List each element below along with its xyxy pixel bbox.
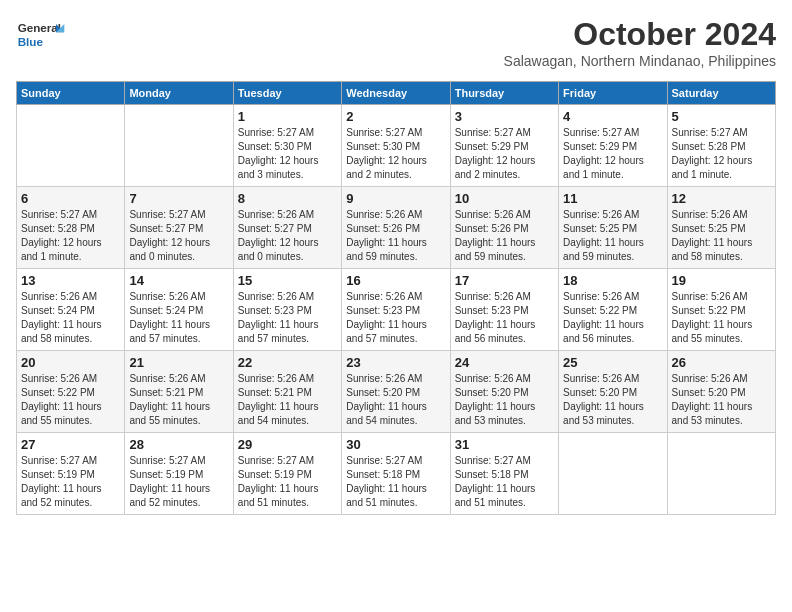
- weekday-header-row: SundayMondayTuesdayWednesdayThursdayFrid…: [17, 82, 776, 105]
- calendar-cell: 10Sunrise: 5:26 AM Sunset: 5:26 PM Dayli…: [450, 187, 558, 269]
- day-info: Sunrise: 5:27 AM Sunset: 5:27 PM Dayligh…: [129, 208, 228, 264]
- day-info: Sunrise: 5:26 AM Sunset: 5:27 PM Dayligh…: [238, 208, 337, 264]
- day-number: 9: [346, 191, 445, 206]
- day-info: Sunrise: 5:27 AM Sunset: 5:28 PM Dayligh…: [21, 208, 120, 264]
- week-row-0: 1Sunrise: 5:27 AM Sunset: 5:30 PM Daylig…: [17, 105, 776, 187]
- calendar-cell: 12Sunrise: 5:26 AM Sunset: 5:25 PM Dayli…: [667, 187, 775, 269]
- day-number: 6: [21, 191, 120, 206]
- day-info: Sunrise: 5:26 AM Sunset: 5:24 PM Dayligh…: [21, 290, 120, 346]
- day-number: 14: [129, 273, 228, 288]
- calendar-cell: [17, 105, 125, 187]
- day-number: 1: [238, 109, 337, 124]
- day-info: Sunrise: 5:26 AM Sunset: 5:20 PM Dayligh…: [455, 372, 554, 428]
- day-info: Sunrise: 5:26 AM Sunset: 5:20 PM Dayligh…: [346, 372, 445, 428]
- day-number: 2: [346, 109, 445, 124]
- day-info: Sunrise: 5:27 AM Sunset: 5:18 PM Dayligh…: [346, 454, 445, 510]
- day-info: Sunrise: 5:26 AM Sunset: 5:24 PM Dayligh…: [129, 290, 228, 346]
- calendar-cell: 9Sunrise: 5:26 AM Sunset: 5:26 PM Daylig…: [342, 187, 450, 269]
- day-number: 8: [238, 191, 337, 206]
- calendar-cell: [559, 433, 667, 515]
- day-info: Sunrise: 5:26 AM Sunset: 5:25 PM Dayligh…: [672, 208, 771, 264]
- day-info: Sunrise: 5:26 AM Sunset: 5:20 PM Dayligh…: [672, 372, 771, 428]
- weekday-header-wednesday: Wednesday: [342, 82, 450, 105]
- day-number: 16: [346, 273, 445, 288]
- day-number: 4: [563, 109, 662, 124]
- day-number: 11: [563, 191, 662, 206]
- day-info: Sunrise: 5:27 AM Sunset: 5:28 PM Dayligh…: [672, 126, 771, 182]
- calendar-cell: 26Sunrise: 5:26 AM Sunset: 5:20 PM Dayli…: [667, 351, 775, 433]
- day-number: 18: [563, 273, 662, 288]
- day-info: Sunrise: 5:27 AM Sunset: 5:29 PM Dayligh…: [455, 126, 554, 182]
- weekday-header-monday: Monday: [125, 82, 233, 105]
- calendar-cell: 28Sunrise: 5:27 AM Sunset: 5:19 PM Dayli…: [125, 433, 233, 515]
- day-number: 23: [346, 355, 445, 370]
- day-info: Sunrise: 5:27 AM Sunset: 5:18 PM Dayligh…: [455, 454, 554, 510]
- day-number: 28: [129, 437, 228, 452]
- day-number: 22: [238, 355, 337, 370]
- day-number: 24: [455, 355, 554, 370]
- calendar-cell: 22Sunrise: 5:26 AM Sunset: 5:21 PM Dayli…: [233, 351, 341, 433]
- logo: General Blue: [16, 16, 66, 56]
- day-number: 3: [455, 109, 554, 124]
- day-info: Sunrise: 5:27 AM Sunset: 5:30 PM Dayligh…: [346, 126, 445, 182]
- svg-text:Blue: Blue: [18, 35, 44, 48]
- day-info: Sunrise: 5:27 AM Sunset: 5:19 PM Dayligh…: [129, 454, 228, 510]
- calendar-cell: 18Sunrise: 5:26 AM Sunset: 5:22 PM Dayli…: [559, 269, 667, 351]
- calendar-cell: 30Sunrise: 5:27 AM Sunset: 5:18 PM Dayli…: [342, 433, 450, 515]
- day-number: 13: [21, 273, 120, 288]
- svg-text:General: General: [18, 21, 61, 34]
- weekday-header-sunday: Sunday: [17, 82, 125, 105]
- day-info: Sunrise: 5:26 AM Sunset: 5:22 PM Dayligh…: [672, 290, 771, 346]
- day-number: 27: [21, 437, 120, 452]
- day-info: Sunrise: 5:27 AM Sunset: 5:29 PM Dayligh…: [563, 126, 662, 182]
- day-info: Sunrise: 5:26 AM Sunset: 5:23 PM Dayligh…: [238, 290, 337, 346]
- day-info: Sunrise: 5:26 AM Sunset: 5:26 PM Dayligh…: [346, 208, 445, 264]
- week-row-2: 13Sunrise: 5:26 AM Sunset: 5:24 PM Dayli…: [17, 269, 776, 351]
- day-info: Sunrise: 5:26 AM Sunset: 5:22 PM Dayligh…: [21, 372, 120, 428]
- calendar-cell: 13Sunrise: 5:26 AM Sunset: 5:24 PM Dayli…: [17, 269, 125, 351]
- day-number: 21: [129, 355, 228, 370]
- calendar-cell: 14Sunrise: 5:26 AM Sunset: 5:24 PM Dayli…: [125, 269, 233, 351]
- day-number: 30: [346, 437, 445, 452]
- day-info: Sunrise: 5:26 AM Sunset: 5:21 PM Dayligh…: [129, 372, 228, 428]
- day-info: Sunrise: 5:26 AM Sunset: 5:23 PM Dayligh…: [455, 290, 554, 346]
- week-row-4: 27Sunrise: 5:27 AM Sunset: 5:19 PM Dayli…: [17, 433, 776, 515]
- month-title: October 2024: [504, 16, 776, 53]
- day-number: 10: [455, 191, 554, 206]
- week-row-3: 20Sunrise: 5:26 AM Sunset: 5:22 PM Dayli…: [17, 351, 776, 433]
- day-number: 25: [563, 355, 662, 370]
- day-number: 5: [672, 109, 771, 124]
- day-info: Sunrise: 5:26 AM Sunset: 5:23 PM Dayligh…: [346, 290, 445, 346]
- calendar-cell: 5Sunrise: 5:27 AM Sunset: 5:28 PM Daylig…: [667, 105, 775, 187]
- day-number: 29: [238, 437, 337, 452]
- day-number: 17: [455, 273, 554, 288]
- calendar-cell: 2Sunrise: 5:27 AM Sunset: 5:30 PM Daylig…: [342, 105, 450, 187]
- day-info: Sunrise: 5:26 AM Sunset: 5:25 PM Dayligh…: [563, 208, 662, 264]
- calendar-table: SundayMondayTuesdayWednesdayThursdayFrid…: [16, 81, 776, 515]
- day-info: Sunrise: 5:26 AM Sunset: 5:21 PM Dayligh…: [238, 372, 337, 428]
- calendar-cell: 11Sunrise: 5:26 AM Sunset: 5:25 PM Dayli…: [559, 187, 667, 269]
- calendar-cell: [667, 433, 775, 515]
- day-number: 20: [21, 355, 120, 370]
- day-number: 15: [238, 273, 337, 288]
- calendar-cell: 8Sunrise: 5:26 AM Sunset: 5:27 PM Daylig…: [233, 187, 341, 269]
- page-header: General Blue October 2024 Salawagan, Nor…: [16, 16, 776, 69]
- day-info: Sunrise: 5:27 AM Sunset: 5:19 PM Dayligh…: [21, 454, 120, 510]
- calendar-cell: 23Sunrise: 5:26 AM Sunset: 5:20 PM Dayli…: [342, 351, 450, 433]
- calendar-cell: 21Sunrise: 5:26 AM Sunset: 5:21 PM Dayli…: [125, 351, 233, 433]
- calendar-cell: 16Sunrise: 5:26 AM Sunset: 5:23 PM Dayli…: [342, 269, 450, 351]
- day-info: Sunrise: 5:26 AM Sunset: 5:26 PM Dayligh…: [455, 208, 554, 264]
- calendar-cell: 4Sunrise: 5:27 AM Sunset: 5:29 PM Daylig…: [559, 105, 667, 187]
- weekday-header-tuesday: Tuesday: [233, 82, 341, 105]
- day-number: 12: [672, 191, 771, 206]
- day-info: Sunrise: 5:26 AM Sunset: 5:20 PM Dayligh…: [563, 372, 662, 428]
- calendar-cell: 17Sunrise: 5:26 AM Sunset: 5:23 PM Dayli…: [450, 269, 558, 351]
- logo-icon: General Blue: [16, 16, 66, 56]
- calendar-cell: 24Sunrise: 5:26 AM Sunset: 5:20 PM Dayli…: [450, 351, 558, 433]
- calendar-cell: 1Sunrise: 5:27 AM Sunset: 5:30 PM Daylig…: [233, 105, 341, 187]
- calendar-cell: 19Sunrise: 5:26 AM Sunset: 5:22 PM Dayli…: [667, 269, 775, 351]
- calendar-cell: 29Sunrise: 5:27 AM Sunset: 5:19 PM Dayli…: [233, 433, 341, 515]
- weekday-header-saturday: Saturday: [667, 82, 775, 105]
- location-title: Salawagan, Northern Mindanao, Philippine…: [504, 53, 776, 69]
- weekday-header-thursday: Thursday: [450, 82, 558, 105]
